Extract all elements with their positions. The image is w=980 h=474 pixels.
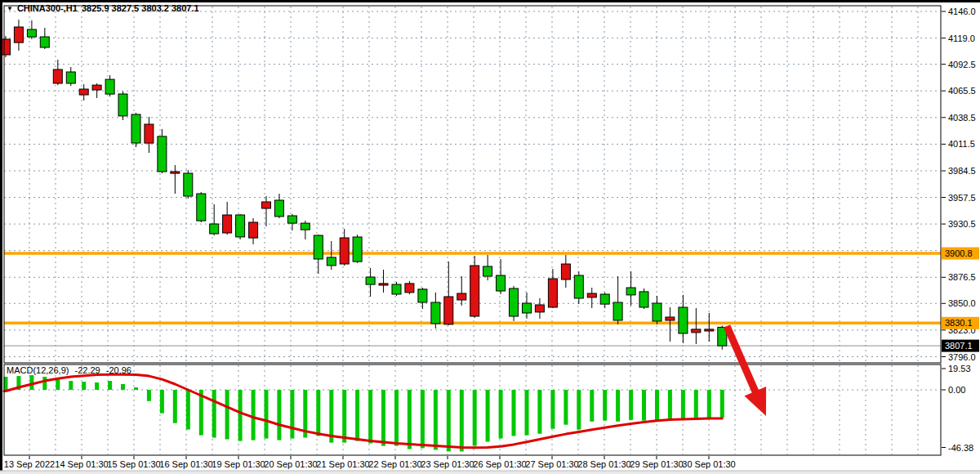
svg-text:4146.0: 4146.0	[948, 7, 976, 16]
macd-name: MACD(12,26,9)	[7, 365, 69, 375]
svg-text:23 Sep 01:30: 23 Sep 01:30	[421, 459, 474, 469]
svg-text:13 Sep 2022: 13 Sep 2022	[4, 459, 55, 469]
symbol-dropdown-icon[interactable]: ▼	[7, 5, 13, 12]
svg-text:19 Sep 01:30: 19 Sep 01:30	[212, 459, 265, 469]
svg-text:15 Sep 01:30: 15 Sep 01:30	[107, 459, 160, 469]
chart-canvas[interactable]: 4146.04119.04092.54065.54038.54011.53984…	[0, 0, 980, 474]
time-axis: 13 Sep 202214 Sep 01:3015 Sep 01:3016 Se…	[4, 456, 736, 469]
svg-text:3876.5: 3876.5	[948, 272, 976, 282]
svg-text:30 Sep 01:30: 30 Sep 01:30	[682, 459, 735, 469]
svg-text:4119.0: 4119.0	[948, 34, 975, 43]
svg-text:28 Sep 01:30: 28 Sep 01:30	[577, 459, 630, 469]
svg-text:26 Sep 01:30: 26 Sep 01:30	[473, 459, 526, 469]
macd-scale: 19.530.00-46.38	[942, 364, 973, 453]
svg-text:3957.5: 3957.5	[948, 193, 976, 203]
svg-text:3930.5: 3930.5	[948, 219, 976, 229]
svg-text:3850.0: 3850.0	[948, 298, 976, 308]
svg-text:21 Sep 01:30: 21 Sep 01:30	[316, 459, 369, 469]
svg-text:3796.0: 3796.0	[948, 352, 976, 362]
svg-text:3830.1: 3830.1	[945, 318, 973, 328]
macd-signal-value: -20.96	[106, 365, 131, 375]
svg-text:-46.38: -46.38	[948, 443, 973, 453]
svg-text:3900.8: 3900.8	[945, 248, 973, 258]
svg-text:0.00: 0.00	[948, 385, 965, 395]
svg-text:4038.5: 4038.5	[948, 113, 976, 123]
grid-vertical	[29, 7, 918, 454]
svg-text:19.53: 19.53	[948, 364, 971, 373]
svg-text:4065.5: 4065.5	[948, 86, 976, 96]
ohlc-values: 3825.9 3827.5 3803.2 3807.1	[82, 3, 199, 13]
svg-text:20 Sep 01:30: 20 Sep 01:30	[264, 459, 317, 469]
svg-text:3984.5: 3984.5	[948, 166, 976, 176]
svg-text:16 Sep 01:30: 16 Sep 01:30	[159, 459, 212, 469]
macd-indicator-label: MACD(12,26,9) -22.29 -20.96	[7, 365, 131, 375]
down-arrow-annotation[interactable]	[727, 326, 766, 416]
svg-text:22 Sep 01:30: 22 Sep 01:30	[368, 459, 421, 469]
svg-text:4092.5: 4092.5	[948, 60, 976, 69]
candlesticks	[2, 20, 727, 350]
bottom-strip	[0, 471, 980, 474]
svg-text:3807.1: 3807.1	[945, 341, 973, 351]
svg-text:4011.5: 4011.5	[948, 139, 975, 149]
svg-text:14 Sep 01:30: 14 Sep 01:30	[55, 459, 108, 469]
macd-pane-border[interactable]	[4, 364, 941, 455]
chart-window: 4146.04119.04092.54065.54038.54011.53984…	[0, 0, 980, 474]
svg-text:29 Sep 01:30: 29 Sep 01:30	[630, 459, 683, 469]
price-axis: 4146.04119.04092.54065.54038.54011.53984…	[942, 7, 976, 362]
grid-horizontal	[4, 11, 941, 390]
chart-title: ▼ CHINA300-,H1 3825.9 3827.5 3803.2 3807…	[7, 3, 199, 13]
symbol-period-label: CHINA300-,H1	[17, 3, 78, 13]
macd-main-value: -22.29	[74, 365, 100, 375]
svg-text:27 Sep 01:30: 27 Sep 01:30	[525, 459, 578, 469]
